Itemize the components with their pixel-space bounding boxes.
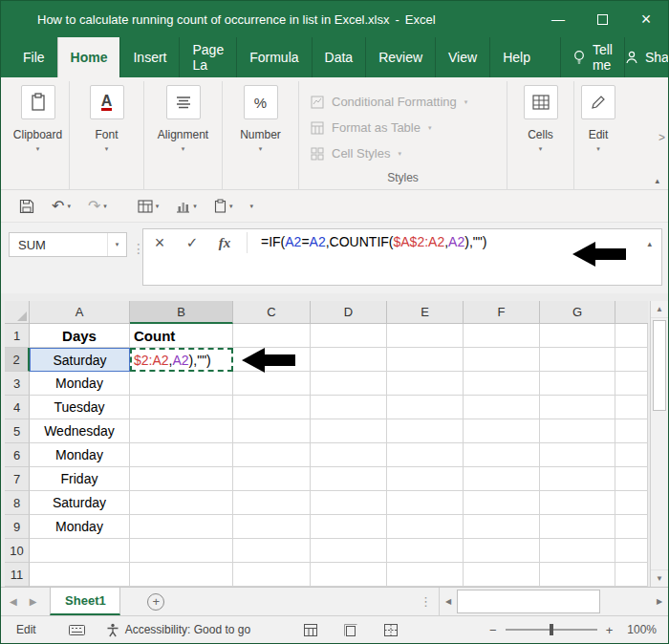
collapse-formula-bar-icon[interactable]: ▴: [647, 239, 652, 248]
cell-B9[interactable]: [130, 515, 233, 539]
cell-B10[interactable]: [130, 539, 233, 563]
cell-G6[interactable]: [540, 443, 615, 467]
cell-C1[interactable]: [233, 324, 311, 348]
cell-F4[interactable]: [464, 396, 540, 419]
cell-H7[interactable]: [615, 467, 648, 491]
number-button[interactable]: %: [244, 85, 278, 119]
next-sheet-icon[interactable]: ▶: [30, 596, 37, 607]
column-header-B[interactable]: B: [130, 301, 233, 324]
vertical-scrollbar[interactable]: ▲ ▼: [650, 301, 668, 587]
chevron-down-icon[interactable]: ▾: [36, 145, 40, 153]
chart-tool-button[interactable]: ▾: [167, 200, 205, 213]
accessibility-status[interactable]: Accessibility: Good to go: [106, 623, 250, 637]
scroll-up-icon[interactable]: ▲: [651, 301, 668, 318]
row-header-11[interactable]: 11: [5, 563, 30, 587]
scroll-right-icon[interactable]: ▶: [651, 588, 668, 615]
cell-C4[interactable]: [233, 396, 311, 419]
row-header-4[interactable]: 4: [5, 396, 30, 419]
cell-H6[interactable]: [615, 443, 648, 467]
cell-styles-button[interactable]: Cell Styles ▾: [311, 140, 507, 166]
save-button[interactable]: [11, 199, 43, 214]
cell-A10[interactable]: [30, 539, 130, 563]
cell-D4[interactable]: [311, 396, 387, 419]
scroll-left-icon[interactable]: ◀: [440, 588, 457, 615]
horizontal-scrollbar[interactable]: ◀ ▶: [439, 588, 668, 615]
column-header-F[interactable]: F: [464, 301, 540, 324]
zoom-level[interactable]: 100%: [627, 623, 657, 636]
cell-C3[interactable]: [233, 372, 311, 396]
cell-H8[interactable]: [615, 491, 648, 515]
tab-splitter-handle[interactable]: ⋮: [420, 594, 432, 609]
cell-H5[interactable]: [615, 419, 648, 443]
cell-F10[interactable]: [464, 539, 540, 563]
cell-E6[interactable]: [387, 443, 464, 467]
tab-home[interactable]: Home: [57, 37, 120, 77]
chevron-down-icon[interactable]: ▾: [105, 145, 109, 153]
alignment-button[interactable]: [166, 85, 201, 119]
font-button[interactable]: A: [90, 85, 124, 119]
conditional-formatting-button[interactable]: Conditional Formatting ▾: [311, 89, 507, 115]
name-box[interactable]: SUM ▾: [9, 232, 127, 257]
cell-H9[interactable]: [615, 515, 648, 539]
cell-F6[interactable]: [464, 443, 540, 467]
cell-F2[interactable]: [464, 348, 540, 372]
row-header-6[interactable]: 6: [5, 443, 30, 467]
row-header-8[interactable]: 8: [5, 491, 30, 515]
tab-data[interactable]: Data: [312, 37, 366, 77]
horizontal-scrollbar-track[interactable]: [457, 588, 651, 615]
cell-H2[interactable]: [615, 348, 648, 372]
insert-function-button[interactable]: fx: [208, 229, 241, 256]
cell-E9[interactable]: [387, 515, 464, 539]
chevron-down-icon[interactable]: ▾: [596, 145, 600, 153]
maximize-button[interactable]: [580, 1, 624, 37]
row-header-9[interactable]: 9: [5, 515, 30, 539]
cell-D9[interactable]: [311, 515, 387, 539]
cell-C5[interactable]: [233, 419, 311, 443]
redo-button[interactable]: ↷ ▾: [79, 197, 116, 215]
cell-B1[interactable]: Count: [130, 324, 233, 348]
vertical-scrollbar-thumb[interactable]: [653, 320, 666, 411]
cell-E7[interactable]: [387, 467, 464, 491]
column-header-D[interactable]: D: [311, 301, 387, 324]
cell-C11[interactable]: [233, 563, 311, 587]
cell-G11[interactable]: [540, 563, 615, 587]
row-header-3[interactable]: 3: [5, 372, 30, 396]
cell-E1[interactable]: [387, 324, 464, 348]
cell-D11[interactable]: [311, 563, 387, 587]
cell-A11[interactable]: [30, 563, 130, 587]
chevron-down-icon[interactable]: ▾: [182, 145, 185, 153]
cancel-button[interactable]: ×: [143, 229, 176, 256]
cell-F8[interactable]: [464, 491, 540, 515]
draw-table-button[interactable]: ▾: [129, 200, 168, 213]
zoom-out-icon[interactable]: −: [489, 623, 497, 637]
cells-button[interactable]: [524, 85, 558, 119]
normal-view-icon[interactable]: [304, 624, 317, 636]
tab-formulas[interactable]: Formula: [236, 37, 311, 77]
previous-sheet-icon[interactable]: ◀: [10, 596, 17, 607]
cell-F5[interactable]: [464, 419, 540, 443]
editing-button[interactable]: [581, 85, 615, 119]
cell-D6[interactable]: [311, 443, 387, 467]
paste-tool-button[interactable]: ▾: [205, 199, 242, 213]
tell-me-button[interactable]: Tell me: [560, 37, 625, 77]
cell-D1[interactable]: [311, 324, 387, 348]
select-all-corner[interactable]: [5, 301, 30, 324]
cell-A1[interactable]: Days: [30, 324, 130, 348]
tab-view[interactable]: View: [435, 37, 489, 77]
page-layout-view-icon[interactable]: [344, 624, 357, 636]
cell-F9[interactable]: [464, 515, 540, 539]
enter-button[interactable]: ✓: [176, 229, 208, 256]
cell-G5[interactable]: [540, 419, 615, 443]
cell-F1[interactable]: [464, 324, 540, 348]
cell-D7[interactable]: [311, 467, 387, 491]
tab-insert[interactable]: Insert: [119, 37, 179, 77]
ribbon-overflow-indicator[interactable]: >: [658, 131, 665, 144]
column-header-C[interactable]: C: [233, 301, 311, 324]
cell-G8[interactable]: [540, 491, 615, 515]
cell-B5[interactable]: [130, 419, 233, 443]
cell-C10[interactable]: [233, 539, 311, 563]
format-as-table-button[interactable]: Format as Table ▾: [311, 115, 507, 140]
zoom-in-icon[interactable]: +: [606, 623, 614, 637]
cell-E11[interactable]: [387, 563, 464, 587]
cell-G4[interactable]: [540, 396, 615, 419]
